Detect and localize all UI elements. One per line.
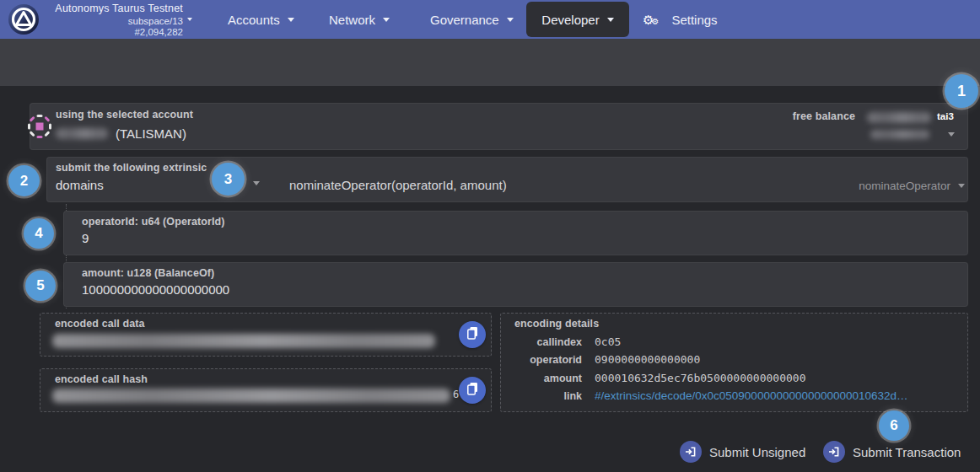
- method-select-chevron-icon: [958, 184, 965, 188]
- account-select-label: using the selected account: [56, 109, 193, 121]
- submit-unsigned-label: Submit Unsigned: [709, 445, 805, 459]
- annotation-badge-5: 5: [25, 271, 56, 301]
- redacted-free-balance: [867, 112, 931, 123]
- annotation-badge-3: 3: [212, 163, 245, 196]
- nav-governance-label: Governance: [430, 13, 499, 27]
- chevron-down-icon: [288, 18, 294, 22]
- nav-accounts-label: Accounts: [228, 13, 280, 27]
- extrinsics-page: Autonomys Taurus Testnet subspace/13 #2,…: [0, 0, 980, 472]
- nav-network-label: Network: [329, 13, 375, 27]
- redacted-balance-secondary: [870, 130, 929, 139]
- annotation-badge-2: 2: [8, 165, 40, 196]
- operatorid-value: 0900000000000000: [595, 353, 700, 366]
- copy-call-hash-button[interactable]: [459, 377, 486, 404]
- operatorid-key: operatorid: [506, 354, 582, 366]
- redacted-call-data: [52, 334, 435, 348]
- nav-developer-label: Developer: [541, 13, 599, 27]
- copy-call-data-button[interactable]: [459, 321, 486, 348]
- account-name-suffix: (TALISMAN): [116, 126, 186, 141]
- redacted-account-name: [56, 128, 108, 139]
- redacted-call-hash: [52, 389, 450, 403]
- sign-in-icon: [823, 441, 845, 463]
- link-key: link: [506, 390, 582, 402]
- param-operatorid-label: operatorId: u64 (OperatorId): [82, 216, 224, 228]
- method-select-value: nominateOperator: [859, 180, 950, 192]
- callindex-key: callindex: [506, 336, 582, 348]
- network-selector[interactable]: subspace/13: [34, 15, 183, 27]
- method-select[interactable]: nominateOperator: [859, 180, 965, 192]
- amount-value: 000010632d5ec76b0500000000000000: [595, 372, 805, 384]
- encoded-call-data-label: encoded call data: [55, 318, 145, 330]
- callindex-value: 0c05: [595, 335, 621, 348]
- copy-icon: [466, 326, 479, 343]
- block-number: #2,094,282: [34, 27, 183, 38]
- encoded-call-hash-label: encoded call hash: [55, 373, 148, 385]
- account-dropdown-chevron-icon[interactable]: [948, 132, 955, 137]
- nav-settings[interactable]: ⚙⚙ Settings: [643, 0, 718, 39]
- submit-unsigned-button[interactable]: Submit Unsigned: [680, 441, 805, 463]
- nav-network[interactable]: Network: [329, 0, 390, 39]
- sign-in-icon: [680, 441, 702, 463]
- submit-transaction-button[interactable]: Submit Transaction: [823, 441, 961, 463]
- nav-governance[interactable]: Governance: [430, 0, 514, 39]
- annotation-badge-1: 1: [945, 74, 978, 108]
- settings-gears-icon: ⚙⚙: [643, 13, 659, 26]
- copy-icon: [466, 382, 479, 399]
- balance-unit: tai3: [937, 111, 954, 121]
- call-signature: nominateOperator(operatorId, amount): [289, 178, 507, 192]
- section-tabbar: [0, 39, 980, 86]
- chevron-down-icon: [607, 18, 614, 22]
- annotation-badge-4: 4: [24, 218, 54, 249]
- pallet-select[interactable]: domains: [56, 178, 104, 192]
- submit-transaction-label: Submit Transaction: [853, 445, 961, 459]
- decode-link[interactable]: #/extrinsics/decode/0x0c0509000000000000…: [595, 389, 908, 402]
- chevron-down-icon: [383, 18, 390, 22]
- param-operatorid-input[interactable]: 9: [82, 231, 89, 245]
- param-amount-input[interactable]: 100000000000000000000: [82, 282, 229, 297]
- param-amount-label: amount: u128 (BalanceOf): [82, 267, 214, 279]
- account-identicon: [26, 113, 53, 143]
- nav-developer[interactable]: Developer: [526, 2, 629, 37]
- extrinsic-select-label: submit the following extrinsic: [56, 162, 207, 174]
- chain-info: Autonomys Taurus Testnet subspace/13 #2,…: [34, 3, 183, 38]
- top-navbar: Autonomys Taurus Testnet subspace/13 #2,…: [0, 0, 980, 39]
- free-balance-label: free balance: [759, 110, 855, 122]
- chevron-down-icon[interactable]: [187, 18, 192, 21]
- amount-key: amount: [506, 373, 582, 384]
- chevron-down-icon: [507, 18, 514, 22]
- nav-settings-label: Settings: [671, 13, 717, 27]
- nav-accounts[interactable]: Accounts: [228, 0, 294, 39]
- encoding-details-title: encoding details: [514, 318, 599, 330]
- pallet-select-chevron-icon[interactable]: [253, 181, 260, 185]
- chain-name: Autonomys Taurus Testnet: [34, 3, 183, 15]
- annotation-badge-6: 6: [879, 410, 909, 441]
